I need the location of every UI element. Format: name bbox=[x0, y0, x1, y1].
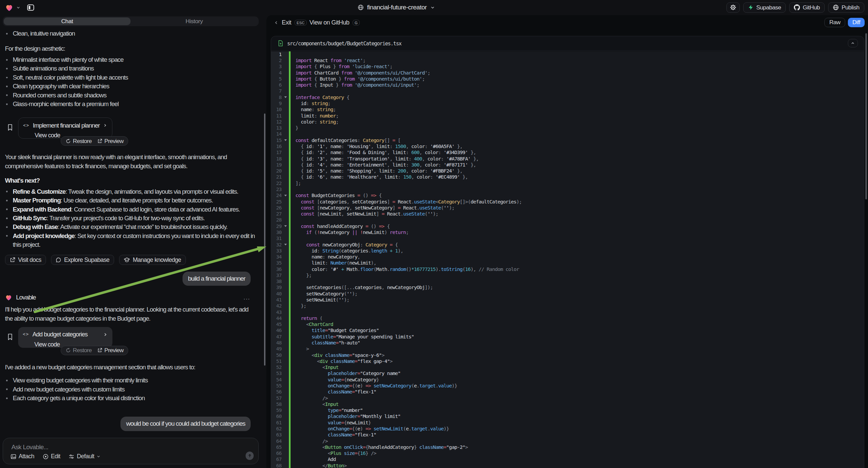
collapse-button[interactable] bbox=[848, 39, 858, 47]
arrow-up-icon bbox=[247, 453, 252, 458]
restore-button[interactable]: Restore bbox=[66, 346, 92, 354]
code-line: 66 <Plus size={16} /> bbox=[271, 450, 864, 456]
code-line: 40 setNewCategory(''); bbox=[271, 291, 864, 297]
attach-button[interactable]: Attach bbox=[10, 453, 34, 460]
list-item: Clean, intuitive navigation bbox=[2, 29, 256, 38]
visit-docs-button[interactable]: Visit docs bbox=[5, 255, 46, 265]
code-line: 2import React from 'react'; bbox=[271, 57, 864, 63]
file-path: src/components/budget/BudgetCategories.t… bbox=[287, 40, 401, 47]
tab-chat[interactable]: Chat bbox=[4, 18, 131, 25]
lovable-logo-icon[interactable] bbox=[5, 4, 13, 11]
gear-icon bbox=[730, 4, 737, 11]
raw-button[interactable]: Raw bbox=[825, 18, 845, 27]
list-item: Minimalist interface with plenty of whit… bbox=[2, 55, 256, 64]
file-plus-icon bbox=[278, 40, 283, 47]
code-line: 24const BudgetCategories = () => { bbox=[271, 193, 864, 198]
file-header[interactable]: src/components/budget/BudgetCategories.t… bbox=[271, 36, 864, 51]
chat-bubble-icon bbox=[56, 257, 61, 263]
code-line: 43 bbox=[271, 309, 864, 315]
manage-knowledge-button[interactable]: Manage knowledge bbox=[119, 255, 186, 265]
target-icon bbox=[42, 454, 49, 460]
code-line: 41 setNewLimit(''); bbox=[271, 297, 864, 303]
external-link-icon bbox=[97, 139, 102, 144]
edit-button[interactable]: Edit bbox=[42, 453, 60, 460]
added-bullet-list: View existing budget categories with the… bbox=[2, 376, 256, 403]
bookmark-icon[interactable] bbox=[7, 333, 13, 341]
code-line: 37 }; bbox=[271, 272, 864, 278]
code-line: 42 }; bbox=[271, 303, 864, 309]
code-line: 62 onChange={(e) => setNewLimit(e.target… bbox=[271, 426, 864, 432]
assistant-name: Lovable bbox=[16, 293, 36, 302]
code-panel: Exit ESC View on GitHub G Raw Diff src/c… bbox=[267, 15, 868, 468]
composer[interactable]: Ask Lovable... Attach Edit Default bbox=[3, 438, 258, 464]
publish-button[interactable]: Publish bbox=[828, 2, 864, 13]
restore-button[interactable]: Restore bbox=[66, 137, 92, 145]
preview-button[interactable]: Preview bbox=[97, 137, 123, 145]
sliders-icon bbox=[68, 454, 74, 460]
version-actions: Restore Preview bbox=[61, 136, 128, 146]
code-line: 47 subtitle="Manage your spending limits… bbox=[271, 334, 864, 340]
image-icon bbox=[10, 454, 17, 460]
explore-supabase-button[interactable]: Explore Supabase bbox=[51, 255, 114, 265]
version-card-implement: <> Implement financial planner View code… bbox=[2, 117, 256, 139]
design-bullet-list: Minimalist interface with plenty of whit… bbox=[2, 55, 256, 109]
send-button[interactable] bbox=[246, 451, 254, 460]
restore-icon bbox=[66, 348, 71, 353]
bookmark-icon[interactable] bbox=[7, 123, 13, 131]
code-line: 35 limit: Number(newLimit), bbox=[271, 260, 864, 266]
chevron-right-icon bbox=[103, 332, 107, 337]
github-button[interactable]: GitHub bbox=[789, 2, 825, 13]
settings-button[interactable] bbox=[726, 2, 740, 13]
code-line: 55 onChange={(e) => setNewCategory(e.tar… bbox=[271, 383, 864, 389]
version-actions: Restore Preview bbox=[61, 346, 128, 355]
code-line: 68 </Button> bbox=[271, 463, 864, 468]
graduation-cap-icon bbox=[124, 257, 130, 263]
version-card[interactable]: <> Implement financial planner View code bbox=[18, 117, 113, 139]
diff-button[interactable]: Diff bbox=[848, 18, 865, 27]
view-on-github-button[interactable]: View on GitHub G bbox=[309, 15, 360, 31]
preview-button[interactable]: Preview bbox=[97, 346, 123, 354]
code-line: 65 <Button onClick={handleAddCategory} c… bbox=[271, 444, 864, 450]
code-line: 3import { Plus } from 'lucide-react'; bbox=[271, 63, 864, 69]
assistant-added-intro: I've added a new budget categories manag… bbox=[5, 363, 254, 372]
exit-button[interactable]: Exit ESC bbox=[274, 15, 307, 31]
assistant-header: Lovable ... bbox=[5, 293, 256, 302]
model-selector[interactable]: Default bbox=[68, 453, 101, 460]
next-step-item: Debug with Ease: Activate our experiment… bbox=[2, 223, 256, 231]
code-line: 46 title="Budget Categories" bbox=[271, 327, 864, 333]
list-item: Subtle animations and transitions bbox=[2, 64, 256, 73]
version-card[interactable]: <> Add budget categories View code bbox=[18, 327, 113, 348]
message-menu[interactable]: ... bbox=[244, 293, 250, 302]
code-line: 58 <Input bbox=[271, 401, 864, 407]
project-switcher[interactable]: financial-future-creator bbox=[358, 0, 435, 15]
next-step-item: Expand with Backend: Connect Supabase to… bbox=[2, 205, 256, 214]
code-line: 1 bbox=[271, 51, 864, 57]
code-line: 14 bbox=[271, 131, 864, 137]
chat-scrollbar[interactable] bbox=[264, 114, 266, 365]
supabase-button[interactable]: Supabase bbox=[743, 2, 786, 13]
code-line: 23 bbox=[271, 186, 864, 193]
code-scrollbar[interactable] bbox=[865, 33, 867, 199]
supabase-icon bbox=[748, 4, 753, 10]
code-line: 5import { Button } from '@/components/ui… bbox=[271, 76, 864, 82]
sidebar-toggle-icon[interactable] bbox=[27, 4, 35, 11]
code-line: 63 className="flex-1" bbox=[271, 432, 864, 438]
code-line: 57 /> bbox=[271, 395, 864, 401]
list-item: Each category gets a unique color for vi… bbox=[2, 394, 256, 403]
code-line: 64 /> bbox=[271, 438, 864, 444]
code-editor[interactable]: 12import React from 'react';3import { Pl… bbox=[271, 51, 864, 468]
code-line: 29 const handleAddCategory = () => { bbox=[271, 223, 864, 229]
code-line: 51 <div className="flex gap-4"> bbox=[271, 358, 864, 364]
tab-history[interactable]: History bbox=[130, 18, 258, 25]
assistant-reply: I'll help you add budget categories to t… bbox=[5, 305, 254, 323]
code-line: 4import ChartCard from '@/components/ui/… bbox=[271, 70, 864, 76]
code-line: 15const defaultCategories: Category[] = … bbox=[271, 137, 864, 143]
next-step-item: GitHub Sync: Transfer your project's cod… bbox=[2, 214, 256, 223]
list-item: Soft, neutral color palette with light b… bbox=[2, 73, 256, 82]
code-line: 8interface Category { bbox=[271, 94, 864, 100]
chevron-down-icon[interactable] bbox=[16, 5, 21, 10]
composer-placeholder: Ask Lovable... bbox=[11, 443, 48, 451]
code-line: 11 limit: number; bbox=[271, 113, 864, 119]
code-line: 12 color: string; bbox=[271, 119, 864, 125]
code-line: 19 { id: '4', name: 'Entertainment', lim… bbox=[271, 162, 864, 168]
